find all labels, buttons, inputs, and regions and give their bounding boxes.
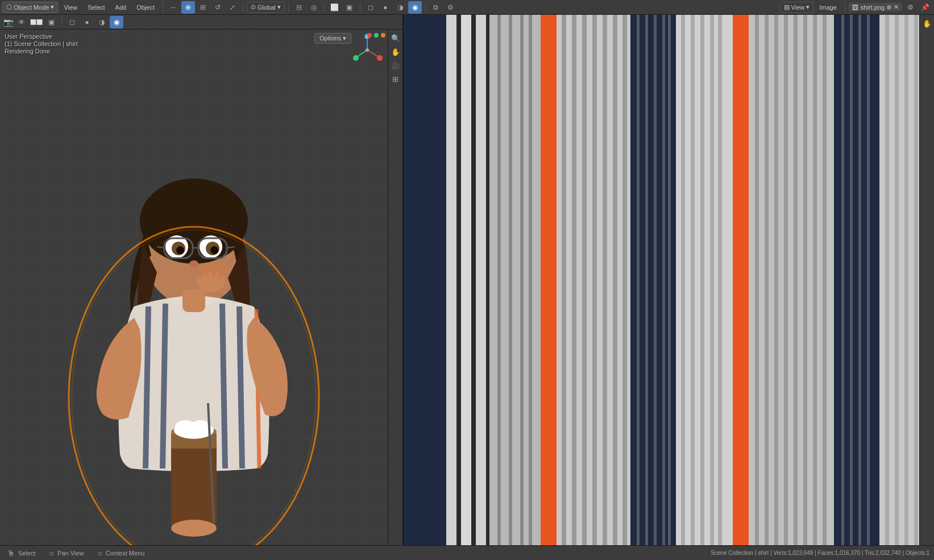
transform-orientation-dropdown[interactable]: ⊙ Global ▾	[247, 2, 285, 13]
viewport-view-icon[interactable]: 👁	[15, 16, 28, 28]
pan-tool-btn[interactable]: ✋	[389, 45, 402, 58]
vp-wireframe-btn[interactable]: ◻	[65, 16, 79, 28]
material-shading-btn[interactable]: ◑	[393, 1, 407, 14]
vp-material-btn[interactable]: ◑	[95, 16, 109, 28]
wireframe-shading-btn[interactable]: ◻	[364, 1, 377, 14]
svg-rect-55	[562, 15, 566, 545]
viewport-gizmo-icon[interactable]: ⧉	[429, 1, 443, 14]
perspective-label: User Perspective	[5, 33, 78, 40]
image-canvas[interactable]: ✋	[404, 15, 934, 545]
svg-rect-52	[529, 15, 532, 545]
svg-line-35	[367, 50, 379, 57]
svg-rect-69	[681, 15, 685, 545]
move-icon[interactable]: ⊞	[196, 1, 210, 14]
svg-rect-49	[497, 15, 501, 545]
transform-icon[interactable]: ↔	[167, 1, 180, 14]
mouse-middle-icon: ○	[49, 549, 54, 558]
svg-line-17	[222, 304, 225, 468]
svg-line-18	[239, 306, 242, 468]
options-button[interactable]: Options ▾	[314, 33, 351, 44]
overlay-icon[interactable]: ⬜	[328, 1, 342, 14]
axis-dots	[367, 33, 385, 38]
svg-point-7	[176, 246, 184, 254]
viewport-3d[interactable]: 📷 👁 ⬜⬜ ▣ ◻ ● ◑ ◉ User Perspective (1) Sc…	[0, 15, 404, 545]
status-pan-view[interactable]: ○ Pan View	[47, 549, 86, 558]
menu-select[interactable]: Select	[83, 3, 110, 12]
status-select[interactable]: 🖱 Select	[5, 549, 38, 558]
svg-line-16	[163, 304, 165, 468]
image-editor-settings-icon[interactable]: ⚙	[903, 1, 917, 14]
xray-icon[interactable]: ▣	[343, 1, 356, 14]
header-divider-5	[360, 3, 360, 12]
image-editor-panel: ✋	[404, 15, 934, 545]
svg-line-15	[146, 306, 148, 468]
mouse-right-icon: ○	[97, 549, 102, 558]
header-divider-2	[243, 3, 243, 12]
vp-solid-btn[interactable]: ●	[80, 16, 94, 28]
snap-icon[interactable]: ⊟	[292, 1, 306, 14]
image-file-tab[interactable]: 🖼 shirt.png ✕	[849, 3, 902, 11]
image-filename: shirt.png	[861, 4, 885, 11]
svg-rect-78	[774, 15, 778, 545]
image-pan-tool[interactable]: ✋	[921, 17, 933, 30]
view-chevron: ▾	[806, 3, 810, 11]
svg-rect-46	[476, 15, 486, 545]
menu-add[interactable]: Add	[111, 3, 131, 12]
context-menu-label: Context Menu	[106, 550, 144, 557]
svg-rect-91	[895, 15, 899, 545]
svg-rect-81	[803, 15, 807, 545]
chevron-down-icon: ▾	[51, 3, 54, 11]
viewport-settings-icon[interactable]: ⚙	[444, 1, 458, 14]
pan-view-label: Pan View	[57, 550, 84, 557]
object-mode-dropdown[interactable]: ⬡ Object Mode ▾	[2, 2, 58, 13]
svg-point-36	[377, 55, 383, 61]
status-context-menu[interactable]: ○ Context Menu	[95, 549, 147, 558]
viewport-overlay-btn[interactable]: ⬜⬜	[30, 16, 43, 28]
menu-object[interactable]: Object	[132, 3, 159, 12]
proportional-edit-icon[interactable]: ◎	[307, 1, 321, 14]
svg-rect-50	[509, 15, 512, 545]
viewport-gizmo[interactable]: Z	[350, 33, 384, 67]
svg-rect-45	[471, 15, 476, 545]
top-menu-bar: ⬡ Object Mode ▾ View Select Add Object ↔…	[0, 0, 934, 15]
image-editor-view-dropdown[interactable]: ▤ View ▾	[780, 2, 814, 13]
svg-rect-80	[794, 15, 798, 545]
tab-pin-icon[interactable]	[887, 5, 891, 10]
menu-view[interactable]: View	[59, 3, 82, 12]
viewport-xray-btn[interactable]: ▣	[44, 16, 58, 28]
svg-point-29	[171, 520, 217, 537]
camera-tool-btn[interactable]: ⊞	[389, 73, 402, 85]
scale-icon[interactable]: ⤢	[226, 1, 239, 14]
vp-rendered-btn[interactable]: ◉	[110, 16, 123, 28]
svg-rect-58	[592, 15, 597, 545]
svg-rect-84	[834, 15, 879, 545]
zoom-tool-btn[interactable]: 🔍	[389, 32, 402, 44]
svg-rect-64	[645, 15, 648, 545]
vp-divider-1	[61, 18, 62, 27]
viewport-info-overlay: User Perspective (1) Scene Collection | …	[5, 33, 78, 55]
render-shading-btn[interactable]: ◉	[408, 1, 422, 14]
svg-rect-65	[654, 15, 657, 545]
mouse-left-icon: 🖱	[7, 549, 15, 558]
svg-rect-44	[461, 15, 471, 545]
rotate-icon[interactable]: ↺	[211, 1, 225, 14]
orientation-icon: ⊙	[251, 3, 256, 11]
svg-rect-82	[813, 15, 817, 545]
image-editor-image-menu[interactable]: Image	[815, 3, 841, 12]
solid-shading-btn[interactable]: ●	[379, 1, 392, 14]
viewport-camera-icon[interactable]: 📷	[2, 16, 14, 28]
cursor-icon[interactable]: ⊕	[181, 1, 195, 14]
orbit-tool-btn[interactable]: 🎥	[389, 59, 402, 72]
3d-scene-canvas[interactable]	[0, 30, 388, 545]
render-status: Rendering Done	[5, 48, 78, 55]
svg-rect-79	[784, 15, 788, 545]
mode-label: Object Mode	[14, 4, 49, 11]
svg-rect-47	[486, 15, 489, 545]
tab-close-icon[interactable]: ✕	[894, 3, 899, 11]
svg-rect-70	[691, 15, 695, 545]
svg-point-39	[366, 48, 369, 52]
pin-icon[interactable]: 📌	[918, 1, 932, 14]
svg-rect-88	[867, 15, 870, 545]
status-bar: 🖱 Select ○ Pan View ○ Context Menu Scene…	[0, 545, 934, 560]
svg-rect-86	[850, 15, 853, 545]
